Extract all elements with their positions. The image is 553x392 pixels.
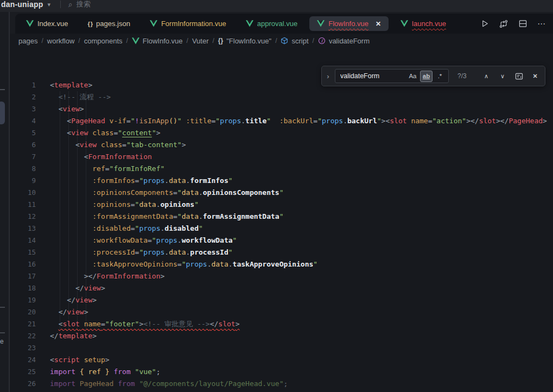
- code-line-text[interactable]: :opinions="data.opinions": [50, 199, 199, 211]
- breadcrumb-separator: /: [313, 37, 314, 45]
- code-line-text[interactable]: <script setup>: [50, 354, 110, 366]
- breadcrumb-item-validateform[interactable]: fvalidateForm: [318, 37, 370, 45]
- tab-launch-vue[interactable]: launch.vue: [393, 16, 454, 31]
- code-line-text[interactable]: :workflowData="props.workflowData": [50, 235, 237, 246]
- line-number: 18: [10, 282, 36, 294]
- line-number: 10: [10, 187, 36, 199]
- code-line-text[interactable]: <PageHead v-if="!isInApp()" :title="prop…: [50, 115, 547, 127]
- line-number: 16: [10, 258, 36, 270]
- code-line: 10 :opinionsComponents="data.opinionsCom…: [10, 187, 553, 199]
- code-line-text[interactable]: import PageHead from "@/components/layou…: [50, 378, 288, 390]
- breadcrumb-item-components[interactable]: components: [84, 37, 123, 45]
- toggle-replace-chevron-icon[interactable]: ›: [322, 66, 335, 86]
- code-editor[interactable]: 1<template>2 <!-- 流程 -->3 <view>4 <PageH…: [10, 48, 553, 392]
- breadcrumb-label: pages: [18, 37, 37, 45]
- tab-close-icon[interactable]: ✕: [376, 20, 381, 28]
- breadcrumb-separator: /: [213, 37, 214, 45]
- side-panel-fragment: [0, 307, 5, 308]
- package-icon: [281, 37, 288, 45]
- find-widget: › Aaab.* ?/3 ∧ ∨ ✕: [321, 66, 545, 86]
- find-input[interactable]: [340, 72, 405, 80]
- code-line-text[interactable]: <template>: [50, 79, 92, 91]
- line-number: 9: [10, 175, 36, 187]
- whole-word-toggle[interactable]: ab: [420, 71, 433, 82]
- code-line: 16 :taskApproveOpinions="props.data.task…: [10, 258, 553, 270]
- code-line-text[interactable]: </template>: [50, 330, 97, 342]
- tab-bar: Index.vue{ }pages.jsonFormInformation.vu…: [15, 14, 553, 34]
- tab-forminformation-vue[interactable]: FormInformation.vue: [142, 16, 234, 31]
- code-line-text[interactable]: <view>: [50, 103, 84, 115]
- code-line: 24<script setup>: [10, 354, 553, 366]
- code-line-text[interactable]: :processId="props.data.processId": [50, 246, 233, 258]
- project-selector[interactable]: dan-uniapp: [1, 0, 43, 9]
- code-line-text[interactable]: </view>: [50, 294, 97, 306]
- breadcrumb-separator: /: [187, 37, 188, 45]
- breadcrumb-separator: /: [275, 37, 277, 45]
- code-line-text[interactable]: <slot name="footer"><!-- 审批意见 --></slot>: [50, 318, 239, 330]
- breadcrumb-item-flowinfovue[interactable]: FlowInfo.vue: [132, 37, 183, 45]
- whole-word-glyph: ab: [423, 73, 430, 79]
- more-actions-icon[interactable]: ⋯: [537, 19, 546, 29]
- search-placeholder: 搜索: [77, 0, 91, 9]
- tab-index-vue[interactable]: Index.vue: [18, 16, 75, 31]
- find-input-box: Aaab.*: [335, 69, 449, 83]
- line-number: 12: [10, 211, 36, 223]
- code-line-text[interactable]: :disabled="props.disabled": [50, 223, 203, 235]
- code-line: 19 </view>: [10, 294, 553, 306]
- tab-flowinfo-vue[interactable]: FlowInfo.vue✕: [309, 16, 389, 31]
- code-line-text[interactable]: <view class="content">: [50, 127, 161, 139]
- line-number: 23: [10, 342, 36, 354]
- compare-changes-icon[interactable]: [499, 19, 508, 29]
- side-panel-selected-item[interactable]: [0, 102, 5, 124]
- line-number: 17: [10, 270, 36, 282]
- match-case-toggle[interactable]: Aa: [406, 71, 419, 82]
- breadcrumb-item-script[interactable]: script: [281, 37, 308, 45]
- code-line-text[interactable]: <view class="tab-content">: [50, 139, 186, 151]
- code-line-text[interactable]: </view>: [50, 282, 105, 294]
- code-line-text[interactable]: </view>: [50, 306, 88, 318]
- regex-toggle[interactable]: .*: [434, 71, 446, 82]
- code-line-text[interactable]: <!-- 流程 -->: [50, 91, 111, 103]
- code-line-text[interactable]: :opinionsComponents="data.opinionsCompon…: [50, 187, 284, 199]
- find-previous-button[interactable]: ∧: [480, 70, 492, 82]
- code-line: 7 <FormInformation: [10, 151, 553, 163]
- code-line-text[interactable]: :formInfos="props.data.formInfos": [50, 175, 233, 187]
- code-line-text[interactable]: import { ref } from "vue";: [50, 366, 161, 378]
- method-icon: f: [318, 37, 326, 45]
- tab-approval-vue[interactable]: approval.vue: [238, 16, 305, 31]
- breadcrumb-label: "FlowInfo.vue": [226, 37, 271, 45]
- line-number: 1: [10, 79, 36, 91]
- breadcrumb-item-pages[interactable]: pages: [18, 37, 37, 45]
- breadcrumb-item-vuter[interactable]: Vuter: [192, 37, 209, 45]
- breadcrumb: pages/workflow/components/FlowInfo.vue/V…: [10, 34, 553, 48]
- breadcrumb-item-flowinfovue[interactable]: {}"FlowInfo.vue": [218, 37, 271, 45]
- breadcrumb-separator: /: [78, 37, 80, 45]
- vue-icon: [132, 37, 139, 45]
- line-number: 13: [10, 223, 36, 235]
- global-search-box[interactable]: ⌕ 搜索: [68, 0, 91, 9]
- code-line-text[interactable]: :formAssignmentData="data.formAssignment…: [50, 211, 284, 223]
- find-in-selection-icon[interactable]: [513, 70, 525, 82]
- find-next-button[interactable]: ∨: [497, 70, 508, 82]
- code-line-text[interactable]: :taskApproveOpinions="props.data.taskApp…: [50, 258, 317, 270]
- code-line: 12 :formAssignmentData="data.formAssignm…: [10, 211, 553, 223]
- code-line: 6 <view class="tab-content">: [10, 139, 553, 151]
- code-line: 21 <slot name="footer"><!-- 审批意见 --></sl…: [10, 318, 553, 330]
- line-number: 5: [10, 127, 36, 139]
- run-button[interactable]: [480, 19, 490, 29]
- find-close-icon[interactable]: ✕: [529, 70, 541, 82]
- breadcrumb-item-workflow[interactable]: workflow: [47, 37, 75, 45]
- chevron-down-icon: ▾: [47, 1, 50, 8]
- code-line: 5 <view class="content">: [10, 127, 553, 139]
- code-line-text[interactable]: ></FormInformation>: [50, 270, 164, 282]
- line-number: 8: [10, 163, 36, 175]
- line-number: 3: [10, 103, 36, 115]
- code-line-text[interactable]: ref="formInfoRef": [50, 163, 164, 175]
- code-line: 23: [10, 342, 553, 354]
- tab-label: FormInformation.vue: [161, 20, 226, 28]
- tab-label: FlowInfo.vue: [328, 20, 368, 28]
- tab-pages-json[interactable]: { }pages.json: [80, 16, 138, 31]
- code-line-text[interactable]: <FormInformation: [50, 151, 152, 163]
- code-line: 2 <!-- 流程 -->: [10, 91, 553, 103]
- split-editor-icon[interactable]: [518, 19, 527, 29]
